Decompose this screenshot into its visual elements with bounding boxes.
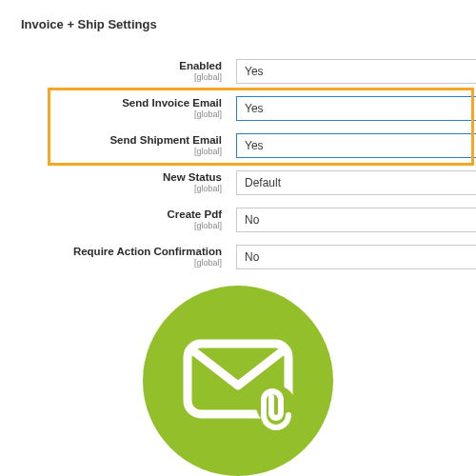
label-col: New Status [global] bbox=[0, 164, 233, 201]
row-enabled: Enabled [global] Yes bbox=[0, 52, 476, 89]
settings-page: Invoice + Ship Settings Enabled [global]… bbox=[0, 0, 476, 476]
field-col: Yes bbox=[236, 127, 476, 164]
field-col: No bbox=[236, 201, 476, 238]
row-create-pdf: Create Pdf [global] No bbox=[0, 201, 476, 238]
row-send-shipment-email: Send Shipment Email [global] Yes bbox=[0, 127, 476, 164]
form-area: Enabled [global] Yes Send Invoice Email … bbox=[0, 52, 476, 275]
label-col: Enabled [global] bbox=[0, 52, 233, 89]
scope-label: [global] bbox=[0, 258, 222, 268]
scope-label: [global] bbox=[0, 147, 222, 156]
field-label: Send Shipment Email bbox=[0, 134, 222, 146]
row-send-invoice-email: Send Invoice Email [global] Yes bbox=[0, 89, 476, 127]
send-shipment-email-select[interactable]: Yes bbox=[236, 133, 476, 158]
field-label: Create Pdf bbox=[0, 208, 222, 220]
field-label: Send Invoice Email bbox=[0, 97, 222, 109]
label-col: Send Invoice Email [global] bbox=[0, 89, 233, 127]
field-col: No bbox=[236, 238, 476, 275]
field-label: New Status bbox=[0, 171, 222, 183]
row-require-action-confirmation: Require Action Confirmation [global] No bbox=[0, 238, 476, 275]
scope-label: [global] bbox=[0, 109, 222, 119]
field-col: Yes bbox=[236, 52, 476, 89]
require-action-confirmation-select[interactable]: No bbox=[236, 245, 476, 269]
row-new-status: New Status [global] Default bbox=[0, 164, 476, 201]
new-status-select[interactable]: Default bbox=[236, 170, 476, 195]
enabled-select[interactable]: Yes bbox=[236, 59, 476, 84]
create-pdf-select[interactable]: No bbox=[236, 208, 476, 232]
email-attachment-badge bbox=[143, 286, 333, 476]
label-col: Create Pdf [global] bbox=[0, 201, 233, 238]
field-col: Default bbox=[236, 164, 476, 201]
field-label: Require Action Confirmation bbox=[0, 246, 222, 257]
badge-wrap bbox=[0, 286, 476, 476]
page-title: Invoice + Ship Settings bbox=[21, 17, 157, 31]
label-col: Send Shipment Email [global] bbox=[0, 127, 233, 164]
scope-label: [global] bbox=[0, 72, 222, 82]
scope-label: [global] bbox=[0, 221, 222, 230]
field-col: Yes bbox=[236, 89, 476, 127]
envelope-attachment-icon bbox=[176, 317, 300, 445]
send-invoice-email-select[interactable]: Yes bbox=[236, 96, 476, 121]
scope-label: [global] bbox=[0, 184, 222, 193]
field-label: Enabled bbox=[0, 60, 222, 71]
label-col: Require Action Confirmation [global] bbox=[0, 238, 233, 275]
